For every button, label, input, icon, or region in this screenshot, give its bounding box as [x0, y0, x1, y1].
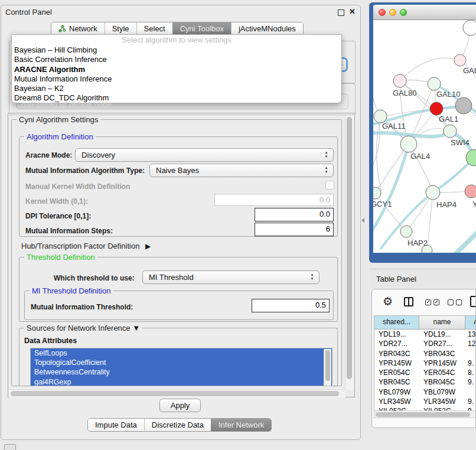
table-row[interactable]: YDL19...YDL19...13	[374, 330, 476, 339]
node-swi4[interactable]	[444, 125, 457, 138]
minimized-panel-icon[interactable]	[4, 444, 16, 450]
panel-splitter-handle[interactable]	[361, 218, 364, 223]
kernel-width-label: Kernel Width (0,1):	[25, 197, 88, 206]
mi-threshold-field[interactable]: 0.5	[252, 299, 330, 312]
node-salmon[interactable]	[465, 185, 476, 198]
node-label: GAL1	[439, 115, 458, 123]
algorithm-definition-title: Algorithm Definition	[24, 132, 96, 141]
tab-jactivemnodules[interactable]: jActiveMNodules	[231, 22, 303, 35]
node-gal1-red[interactable]	[430, 102, 443, 115]
tab-discretize-data-label: Discretize Data	[152, 420, 204, 429]
table-panel-header: Table Panel	[369, 269, 476, 288]
close-traffic-light-icon[interactable]	[379, 9, 386, 16]
float-window-icon[interactable]	[338, 9, 344, 16]
manual-kernel-width-checkbox[interactable]	[325, 181, 334, 190]
dropdown-item[interactable]: Bayesian – Hill Climbing	[12, 45, 341, 55]
tab-select[interactable]: Select	[136, 22, 172, 35]
tab-cyni-toolbox[interactable]: Cyni Toolbox	[172, 22, 231, 35]
which-threshold-combobox[interactable]: MI Threshold ▲▼	[142, 270, 319, 284]
node-gal10[interactable]	[428, 77, 441, 90]
column-header-shared-name[interactable]: shared...	[374, 316, 419, 329]
network-combobox-value: galFiltered.sif default node	[21, 100, 111, 109]
close-icon[interactable]: ✕	[349, 7, 356, 16]
table-row[interactable]: YBL079WYBL079W	[374, 387, 476, 397]
collapsed-arrow-icon[interactable]: ▶	[145, 242, 151, 250]
node-label: GAL10	[436, 90, 460, 99]
tab-network[interactable]: Network	[51, 22, 105, 35]
expanded-arrow-icon[interactable]: ▼	[132, 324, 140, 332]
deselect-all-checkbox-icon[interactable]	[448, 299, 454, 305]
node-label: SWI4	[451, 138, 470, 147]
dropdown-item[interactable]: Bayesian – K2	[12, 84, 341, 93]
new-table-icon[interactable]	[470, 296, 476, 307]
dropdown-item-aracne[interactable]: ARACNE Algorithm	[12, 65, 341, 74]
threshold-definition-group: Threshold Definition Which threshold to …	[19, 257, 338, 322]
network-window-titlebar[interactable]	[373, 5, 476, 20]
table-row[interactable]: YLR345WYLR345W9.	[374, 397, 476, 406]
list-item[interactable]: gal4RGexp	[31, 377, 332, 386]
mi-algorithm-type-combobox[interactable]: Naive Bayes ▲▼	[149, 164, 334, 177]
sources-group: Sources for Network Inference ▼ Data Att…	[19, 328, 338, 386]
node-gcy1[interactable]	[373, 187, 381, 199]
tab-discretize-data[interactable]: Discretize Data	[144, 419, 211, 431]
column-header-partial[interactable]: A	[465, 316, 476, 329]
gear-icon[interactable]: ⚙	[383, 295, 393, 308]
settings-vertical-scrollbar[interactable]	[345, 114, 354, 390]
list-item[interactable]: SelfLoops	[31, 348, 332, 358]
mi-steps-field[interactable]: 6	[255, 223, 334, 236]
dropdown-item[interactable]: Mutual Information Inference	[12, 74, 341, 84]
deselect-all-checkbox-icon[interactable]	[456, 299, 462, 305]
tab-cyni-toolbox-label: Cyni Toolbox	[180, 24, 224, 33]
columns-icon[interactable]	[404, 297, 413, 306]
node-gray[interactable]	[455, 97, 472, 114]
zoom-traffic-light-icon[interactable]	[400, 9, 407, 16]
tab-infer-network[interactable]: Infer Network	[211, 419, 271, 431]
list-item[interactable]: BetweennessCentrality	[31, 367, 332, 377]
tab-style[interactable]: Style	[105, 22, 136, 35]
node-gal11[interactable]	[374, 110, 387, 123]
mi-steps-label: Mutual Information Steps:	[25, 227, 113, 235]
network-canvas[interactable]: GAL GAL80 GAL10 GAL1 GAL11 SWI4 GAL4 GCY…	[373, 20, 476, 253]
tab-select-label: Select	[144, 24, 165, 33]
node-table: shared... name A YDL19...YDL19...13 YDR2…	[374, 315, 476, 418]
node-label: GCY1	[373, 200, 392, 208]
settings-horizontal-scrollbar[interactable]	[9, 389, 345, 397]
mi-threshold-label: Mutual Information Threshold:	[31, 303, 133, 311]
table-panel-window: ⚙ ✓ ✓ shared... name A YDL19...YDL19...1…	[371, 289, 476, 428]
data-attributes-list[interactable]: SelfLoops TopologicalCoefficient Between…	[30, 348, 332, 386]
list-scrollbar[interactable]	[324, 349, 331, 386]
hub-transcription-factor-section[interactable]: Hub/Transcription Factor Definition ▶	[21, 242, 151, 250]
dpi-tolerance-field[interactable]: 0.0	[255, 208, 334, 221]
table-row[interactable]: YER054CYER054C8.	[374, 368, 476, 377]
node-gal4[interactable]	[400, 136, 417, 152]
sources-title: Sources for Network Inference ▼	[24, 324, 142, 332]
minimize-traffic-light-icon[interactable]	[389, 9, 396, 16]
apply-button[interactable]: Apply	[159, 399, 201, 412]
column-header-name[interactable]: name	[419, 316, 465, 329]
select-all-checkbox-icon[interactable]: ✓	[433, 299, 439, 305]
table-toolbar: ⚙ ✓ ✓	[372, 292, 475, 314]
node-label: GAL	[463, 66, 476, 75]
node-gal80[interactable]	[393, 74, 406, 87]
node-label: GAL4	[410, 152, 430, 161]
tab-infer-network-label: Infer Network	[219, 420, 264, 429]
kernel-width-field[interactable]: 0.0	[214, 194, 334, 206]
list-item[interactable]: TopologicalCoefficient	[31, 358, 332, 367]
algorithm-definition-group: Algorithm Definition Aracne Mode: Discov…	[19, 136, 338, 237]
node-partial-top[interactable]	[463, 20, 476, 35]
table-horizontal-scrollbar[interactable]	[374, 410, 476, 418]
dropdown-item[interactable]: Basic Correlation Inference	[12, 55, 341, 64]
node-hap2[interactable]	[400, 226, 412, 237]
table-row[interactable]: YBR045CYBR045C9.	[374, 377, 476, 387]
table-row[interactable]: YPR145WYPR145W9.	[374, 358, 476, 368]
node-hap4[interactable]	[426, 185, 440, 200]
tab-impute-data[interactable]: Impute Data	[88, 419, 144, 431]
select-all-checkbox-icon[interactable]: ✓	[425, 299, 431, 305]
algorithm-dropdown-popup: Select algorithm to view settings Bayesi…	[11, 34, 342, 103]
node-gal-pink[interactable]	[454, 54, 466, 66]
combo-arrows-icon: ▲▼	[323, 151, 330, 159]
aracne-mode-combobox[interactable]: Discovery ▲▼	[75, 148, 334, 162]
aracne-mode-label: Aracne Mode:	[25, 151, 72, 159]
table-row[interactable]: YBR043CYBR043C	[374, 349, 476, 358]
table-row[interactable]: YDR27...YDR27...12	[374, 339, 476, 348]
